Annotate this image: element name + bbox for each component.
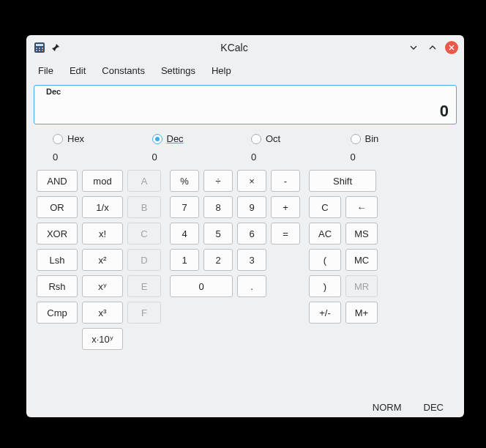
num-0-button[interactable]: 0 [170, 275, 233, 297]
menu-help[interactable]: Help [204, 62, 239, 79]
radio-dec-group[interactable]: Dec [152, 133, 252, 144]
or-button[interactable]: OR [37, 196, 78, 218]
hex-f-button[interactable]: F [127, 302, 161, 324]
dec-value: 0 [152, 152, 252, 163]
svg-rect-4 [42, 48, 43, 49]
square-button[interactable]: x² [82, 249, 123, 271]
rsh-button[interactable]: Rsh [37, 275, 78, 297]
radio-dec-label: Dec [167, 133, 184, 144]
func-column: mod 1/x x! x² xʸ x³ x·10ʸ [82, 170, 123, 350]
clear-button[interactable]: C [309, 196, 341, 218]
base-radios: Hex Dec Oct Bin [34, 132, 457, 147]
menu-settings[interactable]: Settings [154, 62, 203, 79]
radio-oct-group[interactable]: Oct [251, 133, 351, 144]
radio-bin[interactable] [351, 134, 361, 144]
titlebar: KCalc [26, 35, 464, 60]
menu-constants[interactable]: Constants [94, 62, 152, 79]
memory-recall-button[interactable]: MR [345, 275, 378, 297]
percent-button[interactable]: % [170, 170, 199, 192]
app-icon [34, 42, 45, 53]
memory-clear-button[interactable]: MC [345, 249, 378, 271]
equals-button[interactable]: = [271, 223, 300, 244]
cmp-button[interactable]: Cmp [37, 302, 78, 324]
decimal-button[interactable]: . [237, 275, 266, 297]
and-button[interactable]: AND [37, 170, 78, 192]
left-block: AND OR XOR Lsh Rsh Cmp mod 1/x x! x² xʸ … [37, 170, 161, 350]
base-values-row: 0 0 0 0 [34, 147, 457, 170]
logic-column: AND OR XOR Lsh Rsh Cmp [37, 170, 78, 350]
subtract-button[interactable]: - [271, 170, 300, 192]
rparen-button[interactable]: ) [309, 275, 341, 297]
pin-icon[interactable] [50, 42, 61, 53]
hex-c-button[interactable]: C [127, 223, 161, 244]
status-norm: NORM [373, 402, 402, 413]
num-6-button[interactable]: 6 [237, 223, 266, 244]
radio-bin-label: Bin [365, 133, 379, 144]
menu-file[interactable]: File [31, 62, 61, 79]
op-column: - + = [271, 170, 300, 350]
num-7-button[interactable]: 7 [170, 196, 199, 218]
hex-e-button[interactable]: E [127, 275, 161, 297]
svg-rect-7 [42, 50, 43, 51]
radio-bin-group[interactable]: Bin [351, 133, 450, 144]
display-mode-label: Dec [46, 87, 61, 96]
content-area: Dec 0 Hex Dec Oct Bin 0 0 0 [26, 81, 464, 397]
add-button[interactable]: + [271, 196, 300, 218]
window-controls [407, 41, 458, 54]
right-block: Shift C ← AC MS ( MC ) MR +/- [309, 170, 378, 350]
divide-button[interactable]: ÷ [203, 170, 233, 192]
oct-value: 0 [251, 152, 351, 163]
maximize-button[interactable] [426, 41, 439, 54]
menubar: File Edit Constants Settings Help [26, 60, 464, 81]
window-title: KCalc [61, 42, 407, 53]
kcalc-window: KCalc File Edit Constants Settings Help … [26, 35, 464, 417]
num-3-button[interactable]: 3 [237, 249, 266, 271]
lparen-button[interactable]: ( [309, 249, 341, 271]
bin-value: 0 [351, 152, 450, 163]
radio-hex-label: Hex [67, 133, 84, 144]
minimize-button[interactable] [407, 41, 420, 54]
keypad: AND OR XOR Lsh Rsh Cmp mod 1/x x! x² xʸ … [34, 170, 457, 350]
radio-oct[interactable] [251, 134, 261, 144]
radio-dec[interactable] [152, 134, 162, 144]
xor-button[interactable]: XOR [37, 223, 78, 244]
display-value: 0 [440, 102, 449, 121]
svg-rect-1 [36, 44, 43, 46]
inv-button[interactable]: 1/x [82, 196, 123, 218]
cube-button[interactable]: x³ [82, 302, 123, 324]
num-5-button[interactable]: 5 [203, 223, 233, 244]
hex-column: A B C D E F [127, 170, 161, 350]
svg-rect-6 [39, 50, 40, 51]
svg-rect-5 [36, 50, 37, 51]
menu-edit[interactable]: Edit [62, 62, 93, 79]
svg-rect-3 [39, 48, 40, 49]
radio-oct-label: Oct [266, 133, 280, 144]
hex-a-button[interactable]: A [127, 170, 161, 192]
num-9-button[interactable]: 9 [237, 196, 266, 218]
memory-plus-button[interactable]: M+ [345, 302, 378, 324]
numeric-block: % ÷ × 7 8 9 4 5 6 1 [170, 170, 300, 350]
num-grid: % ÷ × 7 8 9 4 5 6 1 [170, 170, 266, 350]
power-button[interactable]: xʸ [82, 275, 123, 297]
num-1-button[interactable]: 1 [170, 249, 199, 271]
close-button[interactable] [445, 41, 458, 54]
num-4-button[interactable]: 4 [170, 223, 199, 244]
hex-d-button[interactable]: D [127, 249, 161, 271]
radio-hex-group[interactable]: Hex [53, 133, 152, 144]
statusbar: NORM DEC [26, 397, 464, 417]
shift-button[interactable]: Shift [309, 170, 376, 192]
memory-store-button[interactable]: MS [345, 223, 378, 244]
sci-button[interactable]: x·10ʸ [82, 328, 123, 350]
lsh-button[interactable]: Lsh [37, 249, 78, 271]
factorial-button[interactable]: x! [82, 223, 123, 244]
plusminus-button[interactable]: +/- [309, 302, 341, 324]
radio-hex[interactable] [53, 134, 63, 144]
hex-b-button[interactable]: B [127, 196, 161, 218]
allclear-button[interactable]: AC [309, 223, 341, 244]
display[interactable]: Dec 0 [34, 85, 457, 124]
backspace-button[interactable]: ← [345, 196, 378, 218]
mod-button[interactable]: mod [82, 170, 123, 192]
num-2-button[interactable]: 2 [203, 249, 233, 271]
num-8-button[interactable]: 8 [203, 196, 233, 218]
multiply-button[interactable]: × [237, 170, 266, 192]
